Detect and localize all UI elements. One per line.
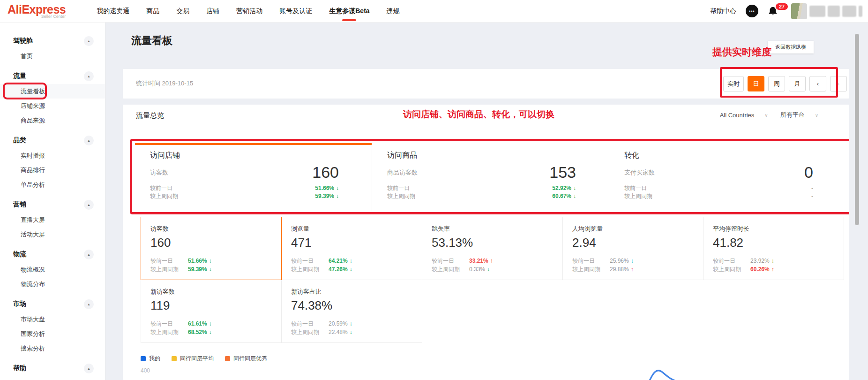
sidebar-item[interactable]: 国家分析 bbox=[0, 327, 105, 341]
overview-filters: All Countries ∨ 所有平台 ∨ bbox=[720, 111, 818, 119]
change-value: 23.92% bbox=[750, 257, 770, 265]
metric-tile[interactable]: 访客数160较前一日51.66%↓较上周同期59.39%↓ bbox=[141, 217, 282, 280]
sidebar-group-header[interactable]: 品类▲ bbox=[0, 132, 105, 148]
collapse-arrow-icon[interactable]: ▲ bbox=[84, 200, 94, 210]
tab-card-title: 转化 bbox=[624, 151, 813, 160]
redacted-username bbox=[842, 6, 856, 17]
sidebar-group-label: 市场 bbox=[13, 300, 26, 308]
stats-time-bar: 统计时间 2019-10-15 实时日周月‹› bbox=[123, 69, 849, 99]
vertical-scrollbar[interactable] bbox=[855, 34, 859, 225]
metric-tile[interactable]: 人均浏览量2.94较前一日25.96%↓较上周同期29.88%↑ bbox=[562, 217, 703, 280]
tile-change-row: 较上周同期59.39%↓ bbox=[150, 265, 272, 274]
nav-item[interactable]: 交易 bbox=[176, 0, 189, 22]
sidebar-group-header[interactable]: 物流▲ bbox=[0, 246, 105, 262]
change-value: 20.59% bbox=[329, 319, 348, 328]
sidebar-group-header[interactable]: 驾驶舱▲ bbox=[0, 33, 105, 49]
sidebar-item[interactable]: 搜索分析 bbox=[0, 341, 105, 356]
metric-tile[interactable]: 新访客占比74.38%较前一日20.59%↓较上周同期22.48%↓ bbox=[281, 280, 422, 343]
sidebar-group-header[interactable]: 营销▲ bbox=[0, 197, 105, 213]
platform-filter-value: 所有平台 bbox=[780, 111, 805, 119]
tile-change-row: 较前一日25.96%↓ bbox=[572, 257, 694, 265]
nav-item[interactable]: 违规 bbox=[387, 0, 400, 22]
nav-item[interactable]: 生意参谋Beta bbox=[329, 0, 369, 22]
change-value-group: 52.92%↓ bbox=[552, 184, 576, 192]
period-tab[interactable]: 月 bbox=[789, 76, 806, 91]
nav-item[interactable]: 商品 bbox=[146, 0, 159, 22]
platform-filter-dropdown[interactable]: 所有平台 ∨ bbox=[780, 111, 818, 119]
tab-change-row: 较前一日52.92%↓ bbox=[387, 184, 576, 192]
arrow-down-icon: ↓ bbox=[209, 319, 212, 328]
change-value: - bbox=[811, 192, 813, 200]
aliexpress-logo[interactable]: AliExpress Seller Center bbox=[7, 4, 66, 19]
tab-change-row: 较上周同期- bbox=[624, 192, 813, 200]
sidebar-item[interactable]: 流量看板 bbox=[0, 84, 105, 99]
legend-item[interactable]: 同行同层优秀 bbox=[225, 355, 267, 363]
collapse-arrow-icon[interactable]: ▲ bbox=[84, 250, 94, 259]
sidebar-item[interactable]: 实时播报 bbox=[0, 148, 105, 163]
legend-item[interactable]: 我的 bbox=[141, 355, 160, 363]
chevron-down-icon: ∨ bbox=[815, 113, 818, 118]
sidebar-item[interactable]: 商品排行 bbox=[0, 163, 105, 177]
sidebar-item[interactable]: 商品来源 bbox=[0, 113, 105, 128]
change-label: 较上周同期 bbox=[291, 328, 329, 336]
nav-item[interactable]: 店铺 bbox=[206, 0, 219, 22]
sidebar-item[interactable]: 物流分布 bbox=[0, 277, 105, 291]
change-value-group: - bbox=[811, 192, 813, 200]
period-tab[interactable]: 周 bbox=[768, 76, 785, 91]
change-label: 较上周同期 bbox=[150, 328, 188, 336]
sidebar-group-header[interactable]: 帮助▲ bbox=[0, 360, 105, 376]
notification-bell-icon[interactable]: 27 bbox=[768, 4, 782, 18]
collapse-arrow-icon[interactable]: ▲ bbox=[84, 136, 94, 145]
change-value-group: 68.52%↓ bbox=[188, 328, 212, 336]
overview-tab-cards: 访问店铺访客数160较前一日51.66%↓较上周同期59.39%↓访问商品商品访… bbox=[135, 143, 846, 211]
chat-dots: ••• bbox=[749, 9, 755, 14]
nav-item[interactable]: 营销活动 bbox=[236, 0, 262, 22]
help-center-link[interactable]: 帮助中心 bbox=[710, 7, 736, 15]
sidebar-item[interactable]: 物流概况 bbox=[0, 262, 105, 277]
user-account[interactable] bbox=[791, 3, 862, 19]
country-filter-value: All Countries bbox=[720, 112, 755, 119]
sidebar-item[interactable]: 帮助中心 bbox=[0, 376, 105, 380]
back-to-data-button[interactable]: 返回数据纵横 bbox=[768, 41, 814, 53]
period-tab[interactable]: 实时 bbox=[723, 76, 744, 91]
sidebar-item[interactable]: 店铺来源 bbox=[0, 99, 105, 113]
sidebar-item[interactable]: 市场大盘 bbox=[0, 312, 105, 327]
legend-item[interactable]: 同行同层平均 bbox=[172, 355, 214, 363]
nav-item[interactable]: 账号及认证 bbox=[279, 0, 312, 22]
prev-period-button[interactable]: ‹ bbox=[809, 76, 826, 91]
change-value-group: 60.67%↓ bbox=[552, 192, 576, 200]
sidebar-item[interactable]: 首页 bbox=[0, 49, 105, 63]
overview-tab-card[interactable]: 访问店铺访客数160较前一日51.66%↓较上周同期59.39%↓ bbox=[135, 143, 372, 211]
period-tab[interactable]: 日 bbox=[748, 76, 764, 91]
country-filter-dropdown[interactable]: All Countries ∨ bbox=[720, 112, 768, 119]
sidebar-group-label: 帮助 bbox=[13, 364, 26, 372]
metric-tile[interactable]: 平均停留时长41.82较前一日23.92%↓较上周同期60.26%↑ bbox=[703, 217, 844, 280]
change-value-group: 0.33%↓ bbox=[469, 265, 490, 274]
sidebar-item[interactable]: 单品分析 bbox=[0, 177, 105, 192]
chat-icon[interactable]: ••• bbox=[746, 5, 758, 17]
collapse-arrow-icon[interactable]: ▲ bbox=[84, 71, 94, 81]
sidebar-item[interactable]: 直播大屏 bbox=[0, 213, 105, 227]
next-period-button[interactable]: › bbox=[830, 76, 847, 91]
metric-tile[interactable]: 浏览量471较前一日64.21%↓较上周同期47.26%↓ bbox=[281, 217, 422, 280]
top-header: AliExpress Seller Center 我的速卖通商品交易店铺营销活动… bbox=[0, 0, 868, 23]
collapse-arrow-icon[interactable]: ▲ bbox=[84, 36, 94, 46]
sidebar-group-header[interactable]: 流量▲ bbox=[0, 68, 105, 84]
sidebar-group-label: 物流 bbox=[13, 250, 26, 258]
collapse-arrow-icon[interactable]: ▲ bbox=[84, 364, 94, 373]
metric-value: 0 bbox=[804, 163, 813, 182]
sidebar-group-header[interactable]: 市场▲ bbox=[0, 296, 105, 312]
change-value: 61.61% bbox=[188, 319, 207, 328]
nav-item[interactable]: 我的速卖通 bbox=[97, 0, 129, 22]
avatar bbox=[791, 3, 807, 19]
overview-tab-card[interactable]: 转化支付买家数0较前一日-较上周同期- bbox=[609, 143, 846, 211]
tile-title: 人均浏览量 bbox=[572, 225, 694, 233]
sidebar-item[interactable]: 活动大屏 bbox=[0, 227, 105, 242]
collapse-arrow-icon[interactable]: ▲ bbox=[84, 299, 94, 309]
arrow-down-icon: ↓ bbox=[209, 265, 212, 274]
metric-tile[interactable]: 跳失率53.13%较前一日33.21%↑较上周同期0.33%↓ bbox=[422, 217, 563, 280]
overview-tab-card[interactable]: 访问商品商品访客数153较前一日52.92%↓较上周同期60.67%↓ bbox=[372, 143, 609, 211]
change-label: 较前一日 bbox=[150, 257, 188, 265]
change-label: 较前一日 bbox=[291, 319, 329, 328]
metric-tile[interactable]: 新访客数119较前一日61.61%↓较上周同期68.52%↓ bbox=[141, 280, 282, 343]
